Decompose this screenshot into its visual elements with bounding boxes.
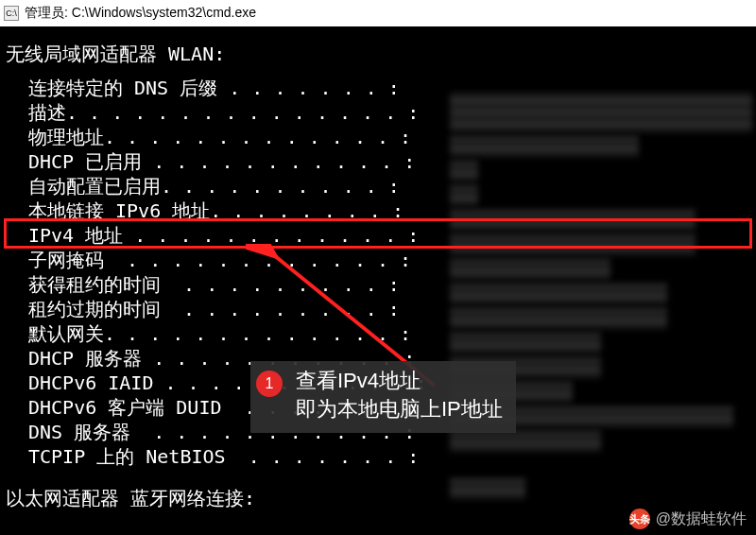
cfg-dhcp-server: DHCP 服务器 . . . . . . . . . . . : bbox=[6, 346, 750, 371]
cfg-default-gateway: 默认网关. . . . . . . . . . . . . : bbox=[6, 321, 750, 346]
cfg-lease-expires: 租约过期的时间 . . . . . . . . . : bbox=[6, 297, 750, 321]
watermark: 头条 @数据蛙软件 bbox=[629, 509, 747, 529]
cfg-dhcp-enabled: DHCP 已启用 . . . . . . . . . . . : bbox=[6, 149, 750, 174]
adapter-footer: 以太网适配器 蓝牙网络连接: bbox=[6, 486, 750, 510]
cfg-dns-suffix: 连接特定的 DNS 后缀 . . . . . . . : bbox=[6, 76, 750, 100]
cfg-ipv4-address: IPv4 地址 . . . . . . . . . . . . : bbox=[6, 223, 750, 248]
cfg-description: 描述. . . . . . . . . . . . . . . : bbox=[6, 100, 750, 125]
cfg-physical-address: 物理地址. . . . . . . . . . . . . : bbox=[6, 125, 750, 149]
window-title: 管理员: C:\Windows\system32\cmd.exe bbox=[25, 5, 256, 22]
cfg-subnet-mask: 子网掩码 . . . . . . . . . . . . : bbox=[6, 248, 750, 272]
cfg-dhcpv6-duid: DHCPv6 客户端 DUID . . . . . . . : bbox=[6, 395, 750, 420]
cfg-dhcpv6-iaid: DHCPv6 IAID . . . . . . . . . . . : bbox=[6, 371, 750, 395]
cfg-link-local-ipv6: 本地链接 IPv6 地址. . . . . . . . : bbox=[6, 198, 750, 223]
cfg-lease-obtained: 获得租约的时间 . . . . . . . . . : bbox=[6, 272, 750, 297]
adapter-header: 无线局域网适配器 WLAN: bbox=[6, 42, 750, 66]
window-title-bar: C:\ 管理员: C:\Windows\system32\cmd.exe bbox=[0, 0, 756, 26]
toutiao-logo-icon: 头条 bbox=[629, 509, 650, 529]
cfg-dns-servers: DNS 服务器 . . . . . . . . . . . : bbox=[6, 420, 750, 444]
watermark-text: @数据蛙软件 bbox=[656, 509, 747, 529]
terminal-output: 无线局域网适配器 WLAN: 连接特定的 DNS 后缀 . . . . . . … bbox=[0, 26, 756, 524]
cmd-icon: C:\ bbox=[4, 6, 19, 21]
cfg-netbios: TCPIP 上的 NetBIOS . . . . . . . : bbox=[6, 444, 750, 469]
cfg-autoconfig-enabled: 自动配置已启用. . . . . . . . . . : bbox=[6, 174, 750, 198]
